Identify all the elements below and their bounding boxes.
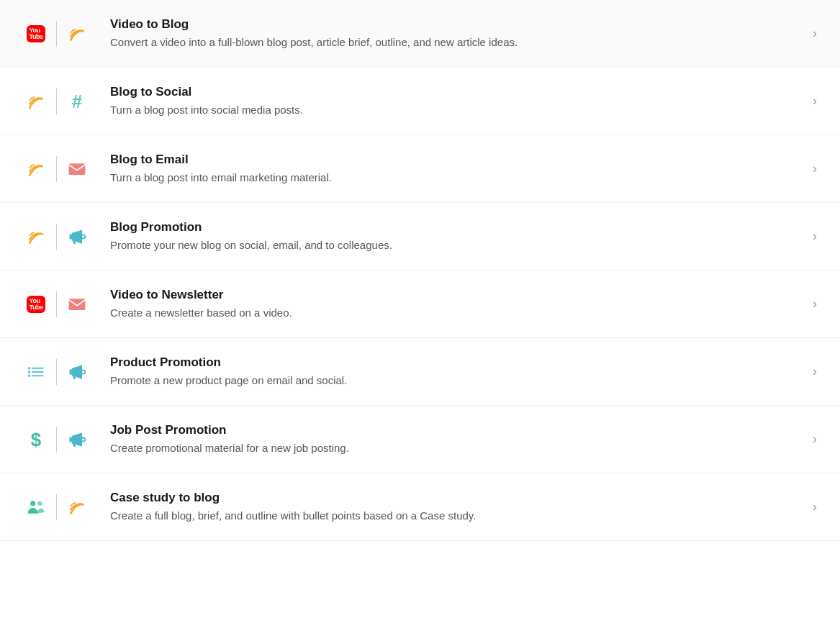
- youtube-icon: YouTube: [27, 25, 46, 42]
- icon-group-video-to-newsletter: YouTube: [23, 291, 90, 317]
- item-title-case-study-to-blog: Case study to blog: [110, 491, 801, 505]
- megaphone-icon: [67, 227, 87, 247]
- megaphone-icon: [67, 430, 87, 450]
- svg-rect-2: [69, 299, 86, 310]
- right-icon-job-post-promotion: [64, 427, 90, 453]
- item-content-video-to-newsletter: Video to Newsletter Create a newsletter …: [110, 288, 801, 320]
- item-description-blog-to-email: Turn a blog post into email marketing ma…: [110, 170, 801, 185]
- chevron-right-icon: ›: [813, 26, 817, 41]
- right-icon-blog-to-email: [64, 156, 90, 182]
- right-icon-blog-promotion: [64, 224, 90, 250]
- icon-group-blog-promotion: [23, 224, 90, 250]
- item-description-video-to-blog: Convert a video into a full-blown blog p…: [110, 35, 801, 50]
- item-title-blog-to-social: Blog to Social: [110, 85, 801, 99]
- left-icon-product-promotion: [23, 359, 49, 385]
- email-icon: [67, 294, 87, 314]
- list-item-case-study-to-blog[interactable]: Case study to blog Create a full blog, b…: [0, 473, 840, 541]
- item-description-blog-to-social: Turn a blog post into social media posts…: [110, 102, 801, 117]
- right-icon-blog-to-social: #: [64, 88, 90, 114]
- icon-divider: [56, 21, 57, 47]
- chevron-right-icon: ›: [813, 296, 817, 312]
- icon-group-blog-to-email: [23, 156, 90, 182]
- left-icon-blog-to-email: [23, 156, 49, 182]
- blog-icon: [26, 159, 46, 179]
- icon-divider: [56, 291, 57, 317]
- left-icon-video-to-blog: YouTube: [23, 21, 49, 47]
- workflow-list: YouTube Video to Blog Convert a video in…: [0, 0, 840, 541]
- right-icon-video-to-blog: [64, 21, 90, 47]
- svg-point-9: [81, 370, 85, 373]
- icon-group-blog-to-social: #: [23, 88, 90, 114]
- icon-divider: [56, 359, 57, 385]
- blog-icon: [26, 227, 46, 247]
- icon-divider: [56, 494, 57, 520]
- item-description-case-study-to-blog: Create a full blog, brief, and outline w…: [110, 508, 801, 523]
- list-item-job-post-promotion[interactable]: $ Job Post Promotion Create promotional …: [0, 406, 840, 473]
- item-title-video-to-newsletter: Video to Newsletter: [110, 288, 801, 302]
- left-icon-job-post-promotion: $: [23, 427, 49, 453]
- item-title-video-to-blog: Video to Blog: [110, 17, 801, 32]
- list-icon: [26, 362, 46, 382]
- item-description-blog-promotion: Promote your new blog on social, email, …: [110, 237, 801, 253]
- svg-point-1: [81, 235, 85, 238]
- blog-icon: [26, 91, 46, 112]
- svg-point-4: [28, 371, 31, 373]
- svg-point-10: [81, 437, 85, 441]
- list-item-product-promotion[interactable]: Product Promotion Promote a new product …: [0, 338, 840, 406]
- youtube-icon: YouTube: [27, 296, 46, 313]
- left-icon-blog-to-social: [23, 88, 49, 114]
- item-content-blog-to-social: Blog to Social Turn a blog post into soc…: [110, 85, 801, 117]
- blog-icon: [67, 497, 87, 517]
- svg-point-5: [28, 374, 31, 377]
- item-title-job-post-promotion: Job Post Promotion: [110, 423, 801, 437]
- email-icon: [67, 159, 87, 179]
- chevron-right-icon: ›: [813, 161, 817, 176]
- people-icon: [26, 497, 46, 517]
- item-content-video-to-blog: Video to Blog Convert a video into a ful…: [110, 17, 801, 50]
- chevron-right-icon: ›: [813, 499, 817, 514]
- item-title-blog-promotion: Blog Promotion: [110, 220, 801, 235]
- list-item-video-to-newsletter[interactable]: YouTube Video to Newsletter Create a new…: [0, 271, 840, 338]
- item-title-blog-to-email: Blog to Email: [110, 153, 801, 167]
- item-description-product-promotion: Promote a new product page on email and …: [110, 373, 801, 388]
- megaphone-icon: [67, 362, 87, 382]
- icon-group-product-promotion: [23, 359, 90, 385]
- item-description-video-to-newsletter: Create a newsletter based on a video.: [110, 305, 801, 320]
- dollar-icon: $: [31, 430, 41, 449]
- right-icon-product-promotion: [64, 359, 90, 385]
- blog-icon: [67, 24, 87, 44]
- right-icon-video-to-newsletter: [64, 291, 90, 317]
- icon-group-video-to-blog: YouTube: [23, 21, 90, 47]
- list-item-blog-to-email[interactable]: Blog to Email Turn a blog post into emai…: [0, 135, 840, 203]
- item-title-product-promotion: Product Promotion: [110, 355, 801, 370]
- item-description-job-post-promotion: Create promotional material for a new jo…: [110, 440, 801, 455]
- hash-icon: #: [72, 92, 82, 111]
- item-content-blog-to-email: Blog to Email Turn a blog post into emai…: [110, 153, 801, 185]
- icon-divider: [56, 156, 57, 182]
- svg-point-3: [28, 367, 31, 370]
- left-icon-case-study-to-blog: [23, 494, 49, 520]
- icon-divider: [56, 427, 57, 453]
- chevron-right-icon: ›: [813, 364, 817, 379]
- list-item-blog-to-social[interactable]: # Blog to Social Turn a blog post into s…: [0, 68, 840, 135]
- list-item-blog-promotion[interactable]: Blog Promotion Promote your new blog on …: [0, 203, 840, 271]
- item-content-product-promotion: Product Promotion Promote a new product …: [110, 355, 801, 388]
- icon-divider: [56, 88, 57, 114]
- svg-rect-0: [69, 163, 86, 175]
- right-icon-case-study-to-blog: [64, 494, 90, 520]
- svg-point-12: [37, 501, 42, 505]
- left-icon-video-to-newsletter: YouTube: [23, 291, 49, 317]
- item-content-job-post-promotion: Job Post Promotion Create promotional ma…: [110, 423, 801, 455]
- list-item-video-to-blog[interactable]: YouTube Video to Blog Convert a video in…: [0, 0, 840, 68]
- chevron-right-icon: ›: [813, 94, 817, 109]
- icon-group-job-post-promotion: $: [23, 427, 90, 453]
- item-content-blog-promotion: Blog Promotion Promote your new blog on …: [110, 220, 801, 253]
- chevron-right-icon: ›: [813, 229, 817, 244]
- svg-point-11: [30, 501, 35, 506]
- icon-group-case-study-to-blog: [23, 494, 90, 520]
- icon-divider: [56, 224, 57, 250]
- item-content-case-study-to-blog: Case study to blog Create a full blog, b…: [110, 491, 801, 523]
- chevron-right-icon: ›: [813, 432, 817, 447]
- left-icon-blog-promotion: [23, 224, 49, 250]
